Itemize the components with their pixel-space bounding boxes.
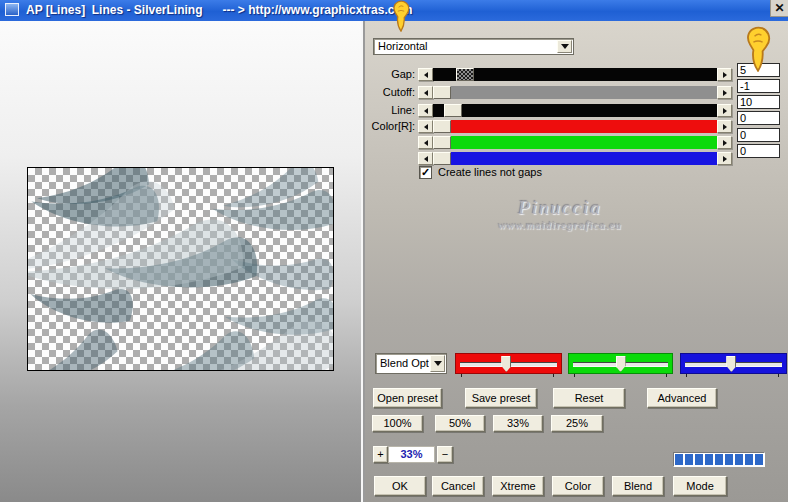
- slider-row-line: Line:: [365, 104, 788, 117]
- green-blend-slider[interactable]: [568, 353, 673, 374]
- red-value-field[interactable]: 0: [737, 111, 780, 125]
- arrow-left-icon[interactable]: [418, 120, 433, 133]
- zoom-in-button[interactable]: +: [373, 446, 388, 463]
- arrow-left-icon[interactable]: [418, 104, 433, 117]
- progress-segment: [745, 454, 753, 465]
- line-slider-track[interactable]: [433, 104, 717, 117]
- preview-panel: [0, 21, 363, 502]
- gap-slider-thumb[interactable]: [456, 68, 474, 81]
- blend-button[interactable]: Blend: [612, 476, 664, 496]
- blue-blend-thumb[interactable]: [726, 356, 736, 372]
- blue-value-field[interactable]: 0: [737, 144, 780, 158]
- save-preset-button[interactable]: Save preset: [465, 388, 537, 408]
- chevron-down-icon[interactable]: [430, 355, 445, 372]
- arrow-right-icon[interactable]: [717, 68, 732, 81]
- slider-row-color-b: [365, 152, 788, 165]
- pointer-hand-icon: [743, 26, 773, 72]
- mode-button[interactable]: Mode: [673, 476, 727, 496]
- color-button[interactable]: Color: [552, 476, 604, 496]
- cutoff-slider-thumb[interactable]: [433, 86, 451, 99]
- create-lines-checkbox-label: Create lines not gaps: [438, 166, 542, 178]
- red-slider-track[interactable]: [433, 120, 717, 133]
- check-icon: ✓: [421, 166, 430, 178]
- direction-dropdown[interactable]: Horizontal: [373, 38, 574, 55]
- slider-label: Gap:: [365, 68, 415, 81]
- window-title: AP [Lines] Lines - SilverLining --- > ht…: [26, 3, 412, 17]
- zoom-25-button[interactable]: 25%: [551, 415, 603, 432]
- watermark-name: Pinuccia: [460, 197, 660, 219]
- zoom-33-button[interactable]: 33%: [493, 415, 543, 432]
- create-lines-checkbox[interactable]: ✓: [419, 166, 432, 179]
- green-blend-thumb[interactable]: [616, 356, 626, 372]
- green-value-field[interactable]: 0: [737, 128, 780, 142]
- zoom-50-button[interactable]: 50%: [435, 415, 485, 432]
- arrow-left-icon[interactable]: [418, 68, 433, 81]
- red-blend-thumb[interactable]: [501, 356, 511, 372]
- advanced-button[interactable]: Advanced: [647, 388, 717, 408]
- progress-segment: [695, 454, 703, 465]
- blue-slider-thumb[interactable]: [433, 152, 451, 165]
- progress-segment: [685, 454, 693, 465]
- green-slider-thumb[interactable]: [433, 136, 451, 149]
- progress-segment: [755, 454, 763, 465]
- cancel-button[interactable]: Cancel: [432, 476, 484, 496]
- app-icon: [5, 3, 19, 16]
- watermark: Pinuccia www.maidiregrafica.eu: [460, 197, 660, 231]
- red-slider-thumb[interactable]: [433, 120, 451, 133]
- slider-row-color-g: [365, 136, 788, 149]
- open-preset-button[interactable]: Open preset: [373, 388, 442, 408]
- green-slider-track[interactable]: [433, 136, 717, 149]
- slider-row-color-r: Color[R]:: [365, 120, 788, 133]
- direction-dropdown-value: Horizontal: [378, 40, 428, 52]
- controls-panel: Horizontal Gap: Cutoff: Line:: [365, 21, 788, 502]
- zoom-level-field: 33%: [388, 446, 435, 463]
- arrow-right-icon[interactable]: [717, 152, 732, 165]
- slider-label: Line:: [365, 104, 415, 117]
- chevron-down-icon[interactable]: [557, 40, 572, 53]
- blend-options-dropdown[interactable]: Blend Optio: [375, 353, 447, 374]
- watermark-site: www.maidiregrafica.eu: [460, 219, 660, 231]
- plugin-window: AP [Lines] Lines - SilverLining --- > ht…: [0, 0, 788, 502]
- cutoff-value-field[interactable]: -1: [737, 79, 780, 93]
- blue-blend-slider[interactable]: [680, 353, 787, 374]
- blue-slider-track[interactable]: [433, 152, 717, 165]
- progress-segment: [735, 454, 743, 465]
- xtreme-button[interactable]: Xtreme: [492, 476, 544, 496]
- slider-row-gap: Gap:: [365, 68, 788, 81]
- zoom-100-button[interactable]: 100%: [372, 415, 423, 432]
- progress-segment: [715, 454, 723, 465]
- swirl-pattern-graphic: [28, 168, 333, 370]
- arrow-right-icon[interactable]: [717, 104, 732, 117]
- progress-segment: [705, 454, 713, 465]
- ok-button[interactable]: OK: [374, 476, 426, 496]
- zoom-out-button[interactable]: −: [437, 446, 453, 463]
- close-icon[interactable]: ✕: [770, 0, 788, 17]
- preview-image[interactable]: [27, 167, 334, 371]
- pointer-hand-icon: [389, 0, 413, 32]
- reset-button[interactable]: Reset: [553, 388, 625, 408]
- arrow-left-icon[interactable]: [418, 136, 433, 149]
- progress-segment: [725, 454, 733, 465]
- red-blend-slider[interactable]: [455, 353, 562, 374]
- slider-label: Color[R]:: [365, 120, 415, 133]
- line-value-field[interactable]: 10: [737, 95, 780, 109]
- gap-slider-track[interactable]: [433, 68, 717, 81]
- cutoff-slider-track[interactable]: [433, 86, 717, 99]
- blend-options-value: Blend Optio: [380, 357, 429, 369]
- slider-label: Cutoff:: [365, 86, 415, 99]
- slider-row-cutoff: Cutoff:: [365, 86, 788, 99]
- arrow-right-icon[interactable]: [717, 120, 732, 133]
- line-slider-thumb[interactable]: [444, 104, 462, 117]
- progress-segment: [675, 454, 683, 465]
- progress-bar: [673, 452, 765, 467]
- arrow-right-icon[interactable]: [717, 86, 732, 99]
- arrow-right-icon[interactable]: [717, 136, 732, 149]
- arrow-left-icon[interactable]: [418, 152, 433, 165]
- arrow-left-icon[interactable]: [418, 86, 433, 99]
